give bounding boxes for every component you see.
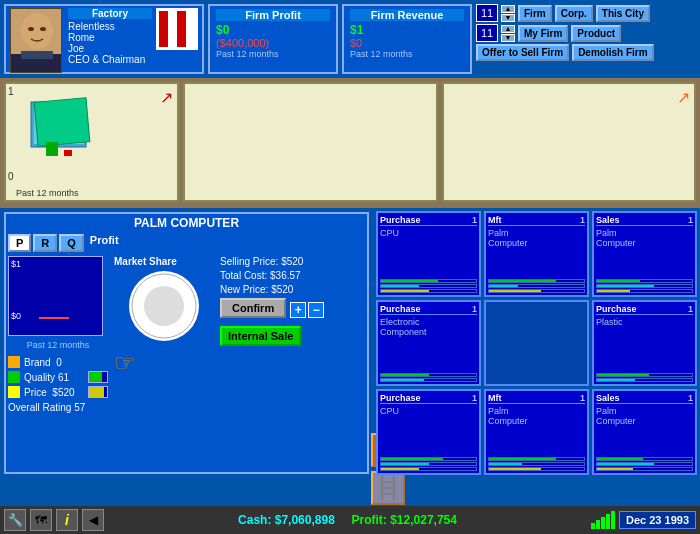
firm-profit-past: ($400,000) [216,37,330,49]
btn-row-3: Offer to Sell Firm Demolish Firm [476,44,671,61]
tab-p[interactable]: P [8,234,31,252]
tab-q[interactable]: Q [59,234,84,252]
palm-title: PALM COMPUTER [8,216,365,230]
company-logo [156,8,198,50]
offer-sell-button[interactable]: Offer to Sell Firm [476,44,569,61]
main-content-row: PALM COMPUTER P R Q Profit $1 $0 Past 12… [0,208,700,478]
card-mft-palm-1[interactable]: Mft1 PalmComputer [484,211,589,297]
card-mft-palm-2[interactable]: Mft1 PalmComputer [484,389,589,475]
svg-rect-9 [46,142,58,156]
demolish-firm-button[interactable]: Demolish Firm [572,44,653,61]
map-icon[interactable]: 🗺 [30,509,52,531]
card-sales-palm-1[interactable]: Sales1 PalmComputer [592,211,697,297]
firm-profit-past-label: Past 12 months [216,49,330,59]
firm-revenue-past: $0 [350,37,464,49]
arrow-btn-2[interactable]: ▲ ▼ [501,25,515,42]
profit-chart-top: $1 [11,259,21,269]
cards-grid: Purchase1 CPU Mft1 PalmComputer [376,211,697,475]
date-display: Dec 23 1993 [619,511,696,529]
top-right-controls: 11 ▲ ▼ Firm Corp. This City 11 ▲ ▼ My Fi… [476,4,671,74]
arrow-up-2[interactable]: ▲ [501,25,515,33]
role-title: CEO & Chairman [68,54,152,65]
arrow-down-2[interactable]: ▼ [501,34,515,42]
tools-icon[interactable]: 🔧 [4,509,26,531]
ladder-icon[interactable] [371,471,405,505]
card-purchase-plastic[interactable]: Purchase1 Plastic [592,300,697,386]
quality-color-square [8,371,20,383]
palm-body: $1 $0 Past 12 months Brand 0 Quality 61 [8,256,365,413]
card-6-title: Purchase1 [596,304,693,315]
pie-chart [129,271,199,341]
card-2-subtitle: PalmComputer [488,228,585,248]
confirm-button[interactable]: Confirm [220,298,286,318]
profit-mini-chart: $1 $0 [8,256,103,336]
svg-point-2 [28,27,34,31]
firm-button[interactable]: Firm [518,5,552,22]
corp-button[interactable]: Corp. [555,5,593,22]
quality-label: Quality 61 [24,372,84,383]
cards-grid-area: Purchase1 CPU Mft1 PalmComputer [373,208,700,478]
sig-bar-1 [591,523,595,529]
palm-middle-col: Market Share ☞ [114,256,214,413]
firm-revenue-past-label: Past 12 months [350,49,464,59]
employee-name: Joe [68,43,152,54]
num-box-1: 11 [476,4,498,22]
profit-bar-red [39,317,69,319]
plus-button[interactable]: + [290,302,306,318]
card-8-bars [488,426,585,471]
status-text: Cash: $7,060,898 Profit: $12,027,754 [108,513,587,527]
card-2-bars [488,248,585,293]
minus-button[interactable]: − [308,302,324,318]
trend-icon-topleft: ↗ [677,88,690,107]
svg-rect-5 [21,51,53,59]
brand-label: Brand 0 [24,357,108,368]
arrow-btn-1[interactable]: ▲ ▼ [501,5,515,22]
svg-point-12 [144,286,184,326]
arrow-up-1[interactable]: ▲ [501,5,515,13]
svg-point-3 [40,27,46,31]
price-bar-fill [89,387,104,397]
card-6-bars [596,327,693,382]
profit-value: $12,027,754 [390,513,457,527]
quality-bar-fill [89,372,102,382]
btn-row-1: 11 ▲ ▼ Firm Corp. This City [476,4,671,22]
chart-area: 1 0 Past 12 months ↗ ↗ [0,78,700,208]
card-sales-palm-2[interactable]: Sales1 PalmComputer [592,389,697,475]
plus-minus-controls: + − [290,302,324,318]
back-icon[interactable]: ◀ [82,509,104,531]
sig-bar-4 [606,514,610,529]
product-button[interactable]: Product [571,25,621,42]
quality-bar-container [88,371,108,383]
palm-left-col: $1 $0 Past 12 months Brand 0 Quality 61 [8,256,108,413]
info-icon[interactable]: i [56,509,78,531]
card-7-bars [380,416,477,471]
internal-sale-button[interactable]: Internal Sale [220,326,301,346]
card-7-subtitle: CPU [380,406,477,416]
my-firm-button[interactable]: My Firm [518,25,568,42]
card-purchase-cpu-1[interactable]: Purchase1 CPU [376,211,481,297]
arrow-down-1[interactable]: ▼ [501,14,515,22]
profit-chart-bot: $0 [11,311,21,321]
brand-rating: Brand 0 [8,356,108,368]
card-4-subtitle: ElectronicComponent [380,317,477,337]
card-purchase-electronic[interactable]: Purchase1 ElectronicComponent [376,300,481,386]
firm-profit-title: Firm Profit [216,9,330,21]
card-purchase-cpu-2[interactable]: Purchase1 CPU [376,389,481,475]
tab-r[interactable]: R [33,234,57,252]
palm-tabs: P R Q Profit [8,234,365,252]
card-3-bars [596,248,693,293]
chart-trend-icon: ↗ [160,88,173,107]
avatar [10,8,62,73]
firm-revenue-current: $1 [350,23,464,37]
card-empty-middle [484,300,589,386]
price-rating: Price $520 [8,386,108,398]
market-share-label: Market Share [114,256,214,267]
city-name: Rome [68,32,152,43]
this-city-button[interactable]: This City [596,5,650,22]
profit-label: Profit: [352,513,387,527]
chart-past-label: Past 12 months [16,188,79,198]
profit-past-label: Past 12 months [8,340,108,350]
hand-cursor-icon: ☞ [114,349,214,377]
svg-point-1 [21,13,53,49]
price-bar-container [88,386,108,398]
